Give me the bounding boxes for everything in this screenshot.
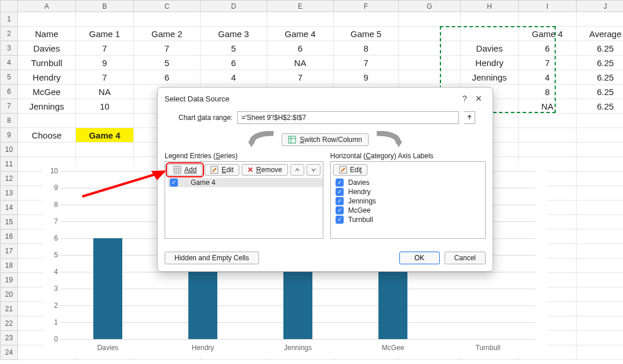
cell[interactable] bbox=[577, 12, 623, 27]
checkbox-icon[interactable]: ✓ bbox=[336, 216, 344, 224]
checkbox-icon[interactable]: ✓ bbox=[336, 206, 344, 214]
col-header[interactable]: D bbox=[201, 1, 267, 12]
col-header[interactable]: H bbox=[461, 1, 519, 12]
category-item[interactable]: ✓McGee bbox=[333, 206, 485, 215]
cell[interactable] bbox=[519, 12, 577, 27]
cell[interactable] bbox=[519, 114, 577, 128]
cell[interactable]: Game 3 bbox=[201, 27, 267, 41]
series-list[interactable]: ✓Game 4 bbox=[165, 178, 323, 238]
cell[interactable] bbox=[519, 128, 577, 143]
cell[interactable] bbox=[267, 12, 334, 27]
cell[interactable]: 5 bbox=[134, 56, 201, 70]
row-header[interactable]: 1 bbox=[1, 12, 18, 27]
cell[interactable]: Game 2 bbox=[134, 27, 201, 41]
cell[interactable] bbox=[399, 56, 461, 70]
col-header[interactable]: A bbox=[18, 1, 76, 12]
cell[interactable]: Jennings bbox=[461, 70, 519, 85]
cell[interactable]: 7 bbox=[76, 41, 134, 56]
cell[interactable] bbox=[577, 302, 623, 316]
cell[interactable]: Jennings bbox=[18, 99, 76, 114]
chart-data-range-input[interactable]: ='Sheet 9'!$H$2:$I$7 bbox=[237, 111, 459, 124]
cell[interactable]: Game 4 bbox=[267, 27, 334, 41]
col-header[interactable]: G bbox=[399, 1, 461, 12]
cell[interactable]: 4 bbox=[519, 70, 577, 85]
cell[interactable]: Game 4 bbox=[76, 128, 134, 143]
cell[interactable] bbox=[334, 12, 399, 27]
cell[interactable] bbox=[519, 143, 577, 157]
category-item[interactable]: ✓Hendry bbox=[333, 187, 485, 196]
category-item[interactable]: ✓Jennings bbox=[333, 196, 485, 206]
edit-axis-labels-button[interactable]: Edit bbox=[333, 164, 368, 176]
cell[interactable]: Hendry bbox=[461, 56, 519, 70]
cell[interactable] bbox=[577, 345, 623, 360]
row-header[interactable]: 3 bbox=[1, 41, 18, 56]
cell[interactable]: 7 bbox=[519, 56, 577, 70]
cell[interactable] bbox=[18, 114, 76, 128]
cell[interactable]: Name bbox=[18, 27, 76, 41]
cell[interactable]: 6 bbox=[134, 70, 201, 85]
category-list[interactable]: ✓Davies✓Hendry✓Jennings✓McGee✓Turnbull bbox=[331, 178, 485, 238]
checkbox-icon[interactable]: ✓ bbox=[170, 179, 178, 187]
cell[interactable]: 8 bbox=[519, 85, 577, 99]
cancel-button[interactable]: Cancel bbox=[445, 252, 486, 264]
row-header[interactable]: 13 bbox=[1, 186, 18, 201]
cell[interactable] bbox=[18, 143, 76, 157]
cell[interactable] bbox=[76, 143, 134, 157]
cell[interactable]: 6 bbox=[201, 56, 267, 70]
col-header[interactable]: F bbox=[334, 1, 399, 12]
ok-button[interactable]: OK bbox=[399, 252, 440, 264]
cell[interactable] bbox=[577, 230, 623, 244]
row-header[interactable]: 2 bbox=[1, 27, 18, 41]
cell[interactable] bbox=[577, 157, 623, 172]
cell[interactable]: 8 bbox=[334, 41, 399, 56]
chart-bar[interactable] bbox=[283, 272, 312, 339]
cell[interactable] bbox=[18, 12, 76, 27]
cell[interactable]: Average bbox=[577, 27, 623, 41]
cell[interactable]: Davies bbox=[18, 41, 76, 56]
cell[interactable] bbox=[76, 114, 134, 128]
cell[interactable]: 7 bbox=[76, 70, 134, 85]
row-header[interactable]: 20 bbox=[1, 287, 18, 302]
checkbox-icon[interactable]: ✓ bbox=[336, 188, 344, 196]
cell[interactable] bbox=[461, 27, 519, 41]
cell[interactable] bbox=[399, 12, 461, 27]
checkbox-icon[interactable]: ✓ bbox=[336, 197, 344, 205]
cell[interactable] bbox=[76, 12, 134, 27]
category-item[interactable]: ✓Turnbull bbox=[333, 215, 485, 224]
move-series-down-button[interactable] bbox=[307, 164, 320, 176]
cell[interactable]: 6.25 bbox=[577, 41, 623, 56]
cell[interactable]: Game 4 bbox=[519, 27, 577, 41]
row-header[interactable]: 24 bbox=[1, 345, 18, 360]
cell[interactable] bbox=[399, 27, 461, 41]
row-header[interactable]: 11 bbox=[1, 157, 18, 172]
dialog-close-icon[interactable]: ✕ bbox=[472, 93, 486, 104]
cell[interactable] bbox=[577, 215, 623, 230]
col-header[interactable]: I bbox=[519, 1, 577, 12]
cell[interactable] bbox=[399, 41, 461, 56]
cell[interactable]: 9 bbox=[334, 70, 399, 85]
add-series-button[interactable]: Add bbox=[167, 164, 202, 176]
row-header[interactable]: 22 bbox=[1, 316, 18, 331]
row-header[interactable]: 14 bbox=[1, 201, 18, 215]
row-header[interactable]: 23 bbox=[1, 331, 18, 345]
switch-row-column-button[interactable]: Switch Row/Column bbox=[282, 133, 368, 146]
col-header[interactable]: E bbox=[267, 1, 334, 12]
cell[interactable]: 6.25 bbox=[577, 56, 623, 70]
row-header[interactable]: 10 bbox=[1, 143, 18, 157]
row-header[interactable]: 16 bbox=[1, 230, 18, 244]
move-series-up-button[interactable] bbox=[290, 164, 304, 176]
row-header[interactable]: 15 bbox=[1, 215, 18, 230]
row-header[interactable]: 17 bbox=[1, 244, 18, 259]
checkbox-icon[interactable]: ✓ bbox=[336, 179, 344, 187]
cell[interactable] bbox=[577, 331, 623, 345]
cell[interactable]: McGee bbox=[18, 85, 76, 99]
row-header[interactable]: 5 bbox=[1, 70, 18, 85]
cell[interactable] bbox=[577, 259, 623, 273]
cell[interactable] bbox=[577, 186, 623, 201]
cell[interactable] bbox=[577, 201, 623, 215]
row-header[interactable]: 7 bbox=[1, 99, 18, 114]
cell[interactable] bbox=[134, 12, 201, 27]
cell[interactable]: 5 bbox=[201, 41, 267, 56]
row-header[interactable]: 18 bbox=[1, 259, 18, 273]
cell[interactable]: Turnbull bbox=[18, 56, 76, 70]
